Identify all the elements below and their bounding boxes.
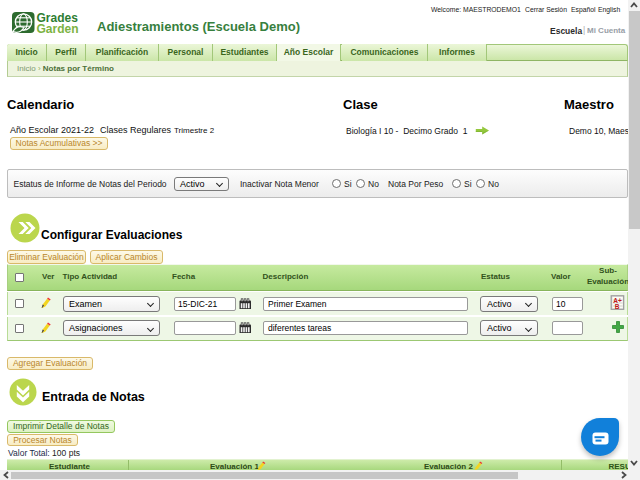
svg-text:B: B	[615, 303, 620, 310]
svg-text:Garden: Garden	[37, 22, 79, 36]
